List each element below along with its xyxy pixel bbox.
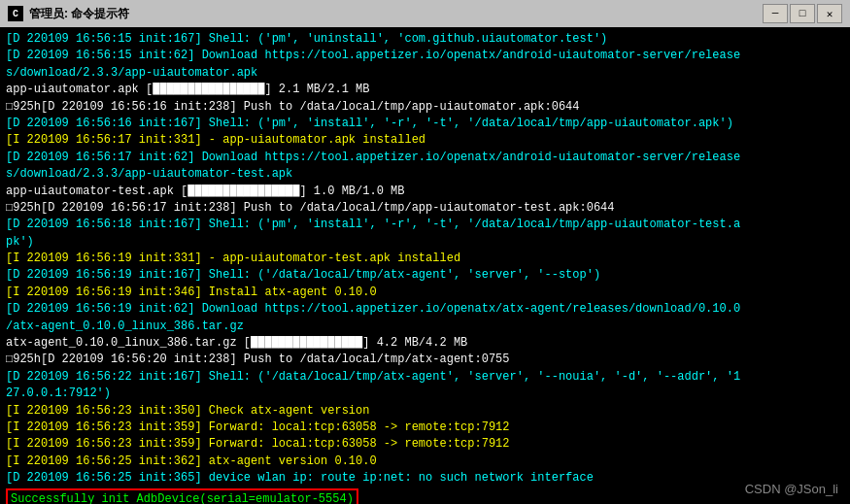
terminal-line: [D 220109 16:56:22 init:167] Shell: ('/d… (6, 369, 844, 403)
terminal-line: [D 220109 16:56:25 init:365] device wlan… (6, 470, 844, 487)
terminal-line: Successfully init AdbDevice(serial=emula… (6, 487, 844, 504)
terminal-line: □925h[D 220109 16:56:16 init:238] Push t… (6, 99, 844, 116)
terminal-line: [I 220109 16:56:17 init:331] - app-uiaut… (6, 132, 844, 149)
window-title: 管理员: 命令提示符 (29, 6, 763, 22)
terminal-line: [D 220109 16:56:15 init:62] Download htt… (6, 48, 844, 82)
terminal-window: [D 220109 16:56:15 init:167] Shell: ('pm… (0, 27, 850, 504)
terminal-line: [D 220109 16:56:18 init:167] Shell: ('pm… (6, 217, 844, 251)
terminal-line: [D 220109 16:56:15 init:167] Shell: ('pm… (6, 31, 844, 48)
minimize-button[interactable]: ─ (763, 4, 788, 23)
terminal-line: app-uiautomator.apk [████████████████] 2… (6, 82, 844, 98)
close-button[interactable]: ✕ (817, 4, 842, 23)
terminal-line: [I 220109 16:56:25 init:362] atx-agent v… (6, 454, 844, 470)
title-bar: C 管理员: 命令提示符 ─ □ ✕ (0, 0, 850, 27)
window-icon: C (8, 6, 23, 21)
terminal-line: [I 220109 16:56:23 init:359] Forward: lo… (6, 420, 844, 436)
terminal-line: [I 220109 16:56:19 init:331] - app-uiaut… (6, 251, 844, 267)
terminal-line: [D 220109 16:56:16 init:167] Shell: ('pm… (6, 116, 844, 132)
maximize-button[interactable]: □ (790, 4, 815, 23)
terminal-line: [I 220109 16:56:19 init:346] Install atx… (6, 285, 844, 301)
terminal-line: [D 220109 16:56:19 init:167] Shell: ('/d… (6, 267, 844, 284)
terminal-line: [D 220109 16:56:19 init:62] Download htt… (6, 301, 844, 335)
watermark: CSDN @JSon_li (745, 482, 838, 496)
window-controls: ─ □ ✕ (763, 4, 842, 23)
terminal-line: atx-agent_0.10.0_linux_386.tar.gz [█████… (6, 335, 844, 352)
terminal-line: □925h[D 220109 16:56:17 init:238] Push t… (6, 200, 844, 217)
terminal-line: app-uiautomator-test.apk [██████████████… (6, 184, 844, 200)
terminal-line: □925h[D 220109 16:56:20 init:238] Push t… (6, 352, 844, 368)
terminal-line: [I 220109 16:56:23 init:359] Forward: lo… (6, 436, 844, 453)
terminal-line: [I 220109 16:56:23 init:350] Check atx-a… (6, 403, 844, 420)
terminal-line: [D 220109 16:56:17 init:62] Download htt… (6, 150, 844, 184)
